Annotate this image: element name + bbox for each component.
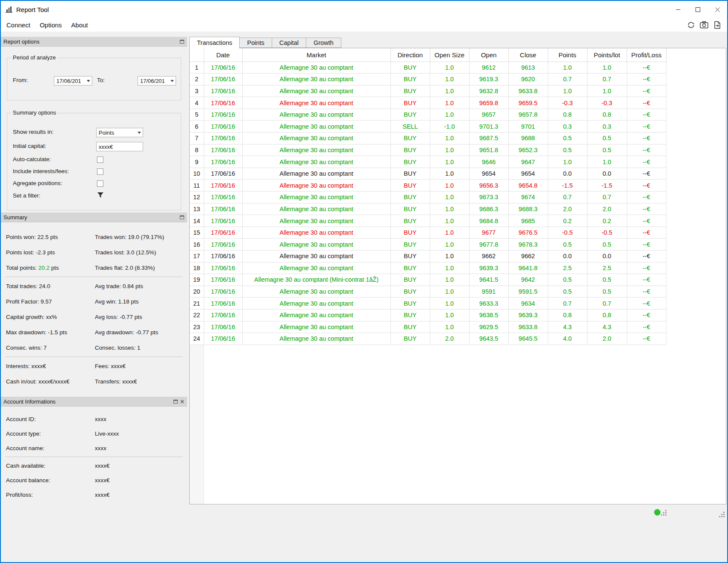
cell-points[interactable]: -0.5 — [548, 227, 587, 239]
row-number[interactable]: 5 — [190, 109, 204, 121]
agregate-positions-checkbox[interactable] — [97, 180, 103, 187]
column-header-points-lot[interactable]: Points/lot — [587, 48, 627, 62]
cell-points-lot[interactable]: 1.0 — [587, 62, 627, 74]
cell-open[interactable]: 9684.8 — [469, 215, 508, 227]
cell-direction[interactable]: BUY — [390, 180, 430, 192]
column-header-direction[interactable]: Direction — [390, 48, 430, 62]
column-header-close[interactable]: Close — [508, 48, 548, 62]
cell-direction[interactable]: BUY — [390, 156, 430, 168]
cell-points[interactable]: 0.5 — [548, 286, 587, 298]
cell-profit-loss[interactable]: --€ — [627, 286, 666, 298]
cell-open-size[interactable]: 1.0 — [430, 251, 469, 262]
row-number[interactable]: 24 — [190, 333, 204, 345]
cell-open[interactable]: 9643.5 — [469, 333, 508, 345]
cell-market[interactable]: Allemagne 30 au comptant — [242, 286, 390, 298]
cell-direction[interactable]: BUY — [390, 192, 430, 203]
float-panel-icon[interactable] — [180, 40, 184, 44]
cell-market[interactable]: Allemagne 30 au comptant — [242, 133, 390, 144]
cell-profit-loss[interactable]: --€ — [627, 333, 666, 345]
cell-open[interactable]: 9657 — [469, 109, 508, 121]
cell-close[interactable]: 9688 — [508, 133, 548, 144]
cell-profit-loss[interactable]: --€ — [627, 274, 666, 286]
cell-direction[interactable]: BUY — [390, 239, 430, 251]
cell-open-size[interactable]: 1.0 — [430, 62, 469, 74]
cell-market[interactable]: Allemagne 30 au comptant — [242, 203, 390, 215]
cell-close[interactable]: 9674 — [508, 192, 548, 203]
cell-points-lot[interactable]: 0.5 — [587, 286, 627, 298]
row-number[interactable]: 2 — [190, 74, 204, 85]
cell-date[interactable]: 17/06/16 — [204, 133, 242, 144]
cell-profit-loss[interactable]: --€ — [627, 203, 666, 215]
cell-market[interactable]: Allemagne 30 au comptant — [242, 251, 390, 262]
row-number[interactable]: 16 — [190, 239, 204, 251]
cell-direction[interactable]: BUY — [390, 109, 430, 121]
cell-points-lot[interactable]: 0.0 — [587, 168, 627, 180]
cell-profit-loss[interactable]: --€ — [627, 121, 666, 133]
close-panel-icon[interactable] — [180, 400, 184, 404]
cell-close[interactable]: 9647 — [508, 156, 548, 168]
cell-close[interactable]: 9620 — [508, 74, 548, 85]
cell-open-size[interactable]: 1.0 — [430, 109, 469, 121]
close-button[interactable] — [707, 1, 727, 18]
row-number[interactable]: 11 — [190, 180, 204, 192]
row-number[interactable]: 7 — [190, 133, 204, 144]
cell-points-lot[interactable]: 0.5 — [587, 274, 627, 286]
cell-points-lot[interactable]: 4.3 — [587, 321, 627, 333]
cell-market[interactable]: Allemagne 30 au comptant — [242, 215, 390, 227]
float-panel-icon[interactable] — [180, 215, 184, 219]
cell-open-size[interactable]: 1.0 — [430, 133, 469, 144]
cell-date[interactable]: 17/06/16 — [204, 321, 242, 333]
cell-points-lot[interactable]: 0.7 — [587, 298, 627, 310]
cell-open-size[interactable]: 1.0 — [430, 215, 469, 227]
cell-points[interactable]: 0.0 — [548, 251, 587, 262]
cell-market[interactable]: Allemagne 30 au comptant — [242, 298, 390, 310]
cell-date[interactable]: 17/06/16 — [204, 74, 242, 85]
cell-close[interactable]: 9591.5 — [508, 286, 548, 298]
row-number[interactable]: 8 — [190, 144, 204, 156]
cell-market[interactable]: Allemagne 30 au comptant — [242, 262, 390, 274]
cell-points-lot[interactable]: 0.8 — [587, 309, 627, 321]
cell-market[interactable]: Allemagne 30 au comptant (Mini-contrat 1… — [242, 274, 390, 286]
export-icon[interactable] — [713, 20, 722, 29]
row-number[interactable]: 12 — [190, 192, 204, 203]
cell-points-lot[interactable]: 0.7 — [587, 192, 627, 203]
tab-transactions[interactable]: Transactions — [189, 37, 240, 48]
cell-direction[interactable]: BUY — [390, 144, 430, 156]
cell-open[interactable]: 9646 — [469, 156, 508, 168]
cell-date[interactable]: 17/06/16 — [204, 262, 242, 274]
cell-points[interactable]: 0.8 — [548, 309, 587, 321]
cell-close[interactable]: 9654.8 — [508, 180, 548, 192]
cell-points-lot[interactable]: 2.0 — [587, 203, 627, 215]
menu-item-options[interactable]: Options — [35, 19, 67, 31]
cell-profit-loss[interactable]: --€ — [627, 180, 666, 192]
column-header-open[interactable]: Open — [469, 48, 508, 62]
cell-date[interactable]: 17/06/16 — [204, 180, 242, 192]
cell-date[interactable]: 17/06/16 — [204, 85, 242, 97]
cell-points-lot[interactable]: 0.5 — [587, 133, 627, 144]
cell-open[interactable]: 9662 — [469, 251, 508, 262]
corner-header[interactable] — [190, 48, 204, 62]
cell-market[interactable]: Allemagne 30 au comptant — [242, 156, 390, 168]
cell-date[interactable]: 17/06/16 — [204, 239, 242, 251]
cell-points-lot[interactable]: -0.3 — [587, 97, 627, 109]
summary-header[interactable]: Summary — [1, 212, 187, 222]
cell-open[interactable]: 9639.3 — [469, 262, 508, 274]
cell-open[interactable]: 9612 — [469, 62, 508, 74]
cell-direction[interactable]: BUY — [390, 251, 430, 262]
row-number[interactable]: 17 — [190, 251, 204, 262]
cell-market[interactable]: Allemagne 30 au comptant — [242, 333, 390, 345]
cell-points[interactable]: 0.5 — [548, 274, 587, 286]
cell-close[interactable]: 9659.5 — [508, 97, 548, 109]
cell-profit-loss[interactable]: --€ — [627, 85, 666, 97]
cell-points[interactable]: 0.5 — [548, 239, 587, 251]
cell-open-size[interactable]: 1.0 — [430, 309, 469, 321]
initial-capital-input[interactable]: xxxx€ — [96, 142, 143, 151]
cell-open-size[interactable]: 1.0 — [430, 227, 469, 239]
cell-direction[interactable]: BUY — [390, 333, 430, 345]
cell-date[interactable]: 17/06/16 — [204, 156, 242, 168]
cell-close[interactable]: 9639.3 — [508, 309, 548, 321]
to-date-combobox[interactable]: 17/06/201 — [138, 76, 176, 85]
cell-points[interactable]: 1.0 — [548, 85, 587, 97]
cell-points-lot[interactable]: 0.7 — [587, 74, 627, 85]
cell-open[interactable]: 9641.5 — [469, 274, 508, 286]
